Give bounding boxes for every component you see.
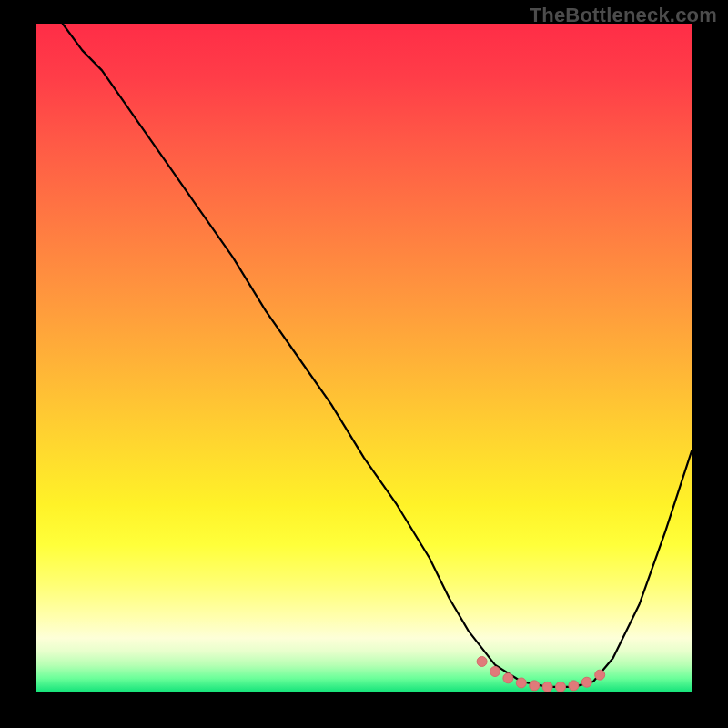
marker-dot	[516, 678, 526, 688]
chart-frame: TheBottleneck.com	[0, 0, 728, 728]
optimal-range-markers	[477, 656, 605, 692]
marker-dot	[581, 677, 592, 687]
marker-dot	[595, 670, 605, 680]
marker-dot	[530, 681, 540, 691]
marker-dot	[569, 681, 579, 691]
overlay-svg	[36, 24, 692, 692]
bottleneck-curve	[63, 24, 692, 687]
marker-dot	[477, 656, 487, 666]
marker-dot	[503, 673, 513, 683]
plot-area	[36, 24, 692, 692]
marker-dot	[542, 682, 552, 692]
marker-dot	[490, 666, 500, 676]
marker-dot	[556, 682, 566, 692]
